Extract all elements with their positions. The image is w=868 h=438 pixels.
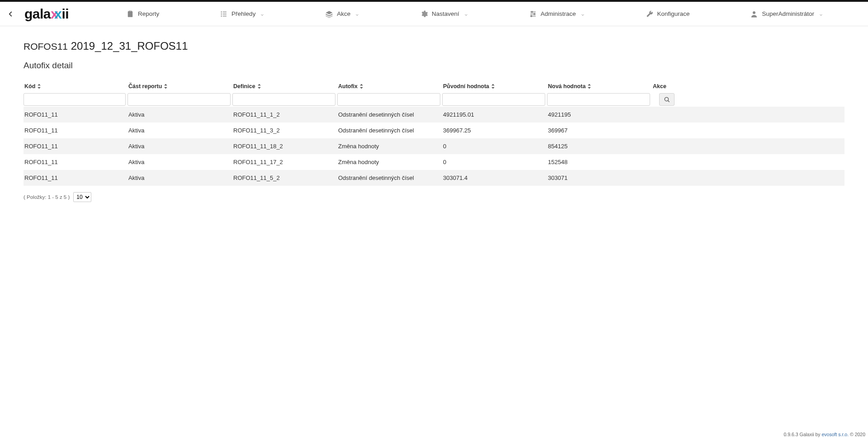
svg-rect-4	[223, 14, 226, 14]
svg-point-1	[221, 13, 222, 14]
cell-def: ROFO11_11_5_2	[232, 170, 337, 186]
svg-marker-23	[360, 87, 363, 89]
svg-point-0	[221, 11, 222, 12]
layers-icon	[325, 10, 333, 18]
table-body: ROFO11_11AktivaROFO11_11_1_2Odstranění d…	[24, 107, 844, 186]
chevron-down-icon	[355, 12, 359, 16]
navbar: galaxxii ReportyPřehledyAkceNastaveníAdm…	[0, 2, 868, 26]
nav-item-label: Konfigurace	[657, 10, 690, 17]
svg-rect-5	[223, 15, 226, 16]
svg-marker-16	[38, 84, 41, 85]
filter-input-def[interactable]	[232, 93, 335, 106]
gear-icon	[420, 10, 428, 18]
cell-newv: 4921195	[547, 107, 652, 122]
col-header-orig[interactable]: Původní hodnota	[442, 80, 547, 92]
filter-input-orig[interactable]	[442, 93, 545, 106]
col-header-code[interactable]: Kód	[24, 80, 127, 92]
cell-autofix: Odstranění desetinných čísel	[337, 170, 442, 186]
list-icon	[220, 10, 228, 18]
search-button[interactable]	[659, 93, 675, 106]
filter-input-part[interactable]	[127, 93, 231, 106]
nav-item-label: Administrace	[541, 10, 576, 17]
pager: ( Položky: 1 - 5 z 5 ) 10	[24, 192, 844, 202]
page-title: ROFOS11 2019_12_31_ROFOS11	[24, 40, 844, 52]
svg-marker-22	[360, 84, 363, 85]
nav-item-přehledy[interactable]: Přehledy	[215, 7, 269, 21]
nav-item-reporty[interactable]: Reporty	[122, 7, 164, 21]
table-row: ROFO11_11AktivaROFO11_11_17_2Změna hodno…	[24, 154, 844, 170]
cell-orig: 369967.25	[442, 122, 547, 138]
nav-item-label: Reporty	[138, 10, 159, 17]
cell-newv: 854125	[547, 138, 652, 154]
sliders-icon	[529, 10, 537, 18]
nav-item-label: SuperAdministrátor	[762, 10, 814, 17]
cell-part: Aktiva	[127, 138, 232, 154]
cell-orig: 0	[442, 138, 547, 154]
cell-actions	[652, 110, 676, 119]
col-header-part[interactable]: Část reportu	[127, 80, 232, 92]
page-title-prefix: ROFOS11	[24, 41, 68, 52]
svg-point-15	[753, 11, 755, 14]
col-header-label: Kód	[24, 83, 35, 89]
footer-link[interactable]: evosoft s.r.o.	[822, 432, 849, 437]
cell-def: ROFO11_11_17_2	[232, 154, 337, 170]
nav-item-superadministrátor[interactable]: SuperAdministrátor	[745, 7, 828, 21]
cell-newv: 303071	[547, 170, 652, 186]
back-button[interactable]	[5, 9, 15, 19]
cell-autofix: Odstranění desetinných čísel	[337, 107, 442, 122]
sort-icon	[491, 84, 495, 89]
col-header-label: Definice	[233, 83, 255, 89]
sort-icon	[359, 84, 363, 89]
cell-autofix: Změna hodnoty	[337, 138, 442, 154]
filter-input-code[interactable]	[24, 93, 126, 106]
page-size-select[interactable]: 10	[73, 192, 91, 202]
svg-marker-17	[38, 87, 41, 89]
cell-def: ROFO11_11_18_2	[232, 138, 337, 154]
chevron-down-icon	[260, 12, 264, 16]
svg-marker-26	[588, 84, 591, 85]
nav-item-administrace[interactable]: Administrace	[524, 7, 590, 21]
cell-actions	[652, 158, 676, 167]
svg-marker-25	[491, 87, 495, 89]
svg-point-13	[533, 13, 535, 14]
table-row: ROFO11_11AktivaROFO11_11_3_2Odstranění d…	[24, 122, 844, 138]
chevron-left-icon	[6, 10, 14, 18]
svg-point-14	[530, 15, 532, 17]
svg-marker-24	[491, 84, 495, 85]
chevron-down-icon	[580, 12, 585, 16]
svg-point-12	[531, 11, 533, 13]
cell-orig: 4921195.01	[442, 107, 547, 122]
col-header-def[interactable]: Definice	[232, 80, 337, 92]
svg-rect-3	[223, 11, 226, 12]
clipboard-icon	[126, 10, 134, 18]
cell-part: Aktiva	[127, 170, 232, 186]
col-header-label: Původní hodnota	[443, 83, 489, 89]
nav-item-konfigurace[interactable]: Konfigurace	[641, 7, 694, 21]
svg-marker-18	[164, 84, 167, 85]
nav-item-nastavení[interactable]: Nastavení	[415, 7, 473, 21]
nav-item-akce[interactable]: Akce	[321, 7, 364, 21]
svg-line-29	[668, 100, 669, 102]
cell-actions	[652, 126, 676, 135]
cell-autofix: Změna hodnoty	[337, 154, 442, 170]
col-header-new[interactable]: Nová hodnota	[547, 80, 652, 92]
svg-marker-20	[258, 84, 261, 85]
filter-input-new[interactable]	[547, 93, 650, 106]
col-header-actions: Akce	[652, 80, 676, 92]
cell-part: Aktiva	[127, 107, 232, 122]
search-icon	[664, 96, 670, 103]
pager-summary: ( Položky: 1 - 5 z 5 )	[24, 194, 70, 200]
col-header-autofix[interactable]: Autofix	[337, 80, 442, 92]
cell-orig: 303071.4	[442, 170, 547, 186]
col-header-label: Autofix	[338, 83, 358, 89]
cell-code: ROFO11_11	[24, 138, 127, 154]
app-logo[interactable]: galaxxii	[24, 6, 69, 22]
page-title-text: 2019_12_31_ROFOS11	[71, 40, 188, 52]
filter-input-autofix[interactable]	[337, 93, 440, 106]
cell-actions	[652, 174, 676, 183]
cell-newv: 152548	[547, 154, 652, 170]
svg-marker-27	[588, 87, 591, 89]
cell-code: ROFO11_11	[24, 107, 127, 122]
cell-code: ROFO11_11	[24, 154, 127, 170]
cell-code: ROFO11_11	[24, 122, 127, 138]
